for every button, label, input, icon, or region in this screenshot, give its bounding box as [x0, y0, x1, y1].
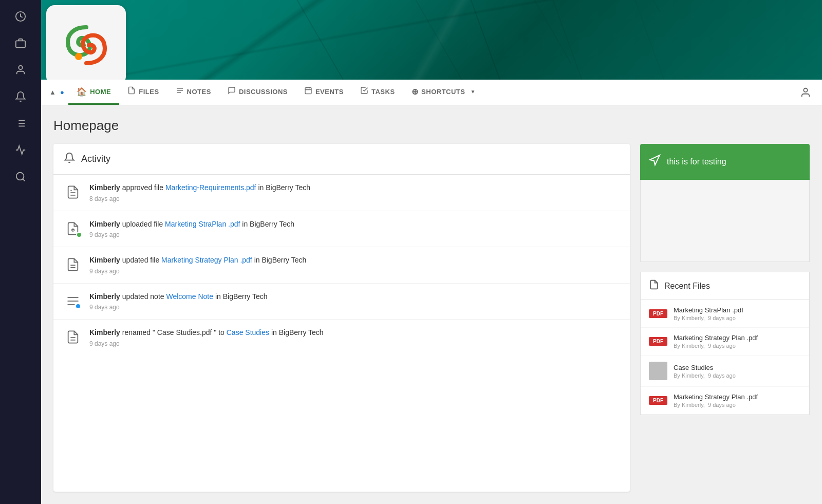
activity-time-1: 8 days ago	[89, 195, 620, 202]
activity-time-3: 9 days ago	[89, 268, 620, 275]
activity-link-3[interactable]: Marketing Strategy Plan .pdf	[161, 256, 252, 264]
recent-file-meta-1: By Kimberly, 9 days ago	[674, 315, 801, 321]
tab-files[interactable]: FILES	[119, 80, 167, 105]
tab-discussions[interactable]: DISCUSSIONS	[219, 80, 296, 105]
activity-time-5: 9 days ago	[89, 340, 620, 347]
home-tab-icon: 🏠	[77, 87, 87, 97]
pdf-badge-2: PDF	[649, 337, 667, 346]
tab-notes[interactable]: NOTES	[167, 80, 219, 105]
recent-file-info-1: Marketing StraPlan .pdf By Kimberly, 9 d…	[674, 306, 801, 321]
activity-item: Kimberly renamed " Case Studies.pdf " to…	[53, 320, 630, 356]
activity-text-3: Kimberly updated file Marketing Strategy…	[89, 255, 620, 275]
activity-icon-4	[64, 292, 82, 310]
events-tab-icon	[304, 86, 312, 97]
person-icon[interactable]	[9, 59, 32, 81]
tab-shortcuts-label: SHORTCUTS	[421, 88, 465, 96]
activity-header: Activity	[53, 144, 630, 175]
tab-shortcuts[interactable]: ⊕ SHORTCUTS ▼	[403, 80, 484, 105]
activity-link-2[interactable]: Marketing StraPlan .pdf	[165, 220, 240, 228]
upload-badge-icon	[76, 232, 82, 238]
activity-text-1: Kimberly approved file Marketing-Require…	[89, 183, 620, 202]
svg-point-11	[75, 53, 82, 60]
activity-time-4: 9 days ago	[89, 304, 620, 311]
svg-point-19	[804, 88, 807, 91]
activity-icon-5	[64, 328, 82, 346]
activity-icon-2	[64, 219, 82, 238]
recent-file-name-3: Case Studies	[674, 364, 801, 371]
recent-file-name-1: Marketing StraPlan .pdf	[674, 306, 801, 314]
activity-text-2: Kimberly uploaded file Marketing StraPla…	[89, 219, 620, 239]
activity-text-4: Kimberly updated note Welcome Note in Bi…	[89, 292, 620, 311]
tab-home[interactable]: 🏠 HOME	[68, 80, 120, 105]
briefcase-icon[interactable]	[9, 32, 32, 54]
announcement-banner[interactable]: this is for testing	[640, 144, 810, 180]
recent-file-info-2: Marketing Strategy Plan .pdf By Kimberly…	[674, 334, 801, 349]
pdf-badge-1: PDF	[649, 309, 667, 318]
breadcrumb-up-icon[interactable]: ▲	[49, 88, 56, 96]
tab-tasks-label: TASKS	[371, 88, 395, 96]
announcements-sidebar-icon[interactable]	[9, 139, 32, 161]
folder-thumb-3	[649, 362, 667, 380]
discussions-tab-icon	[228, 86, 236, 97]
recent-file-item[interactable]: Case Studies By Kimberly, 9 days ago	[641, 356, 809, 387]
activity-link-4[interactable]: Welcome Note	[166, 292, 213, 301]
activity-item: Kimberly uploaded file Marketing StraPla…	[53, 211, 630, 248]
nav-tabs: ▲ ● 🏠 HOME FILES NOTES DISCUSSIONS	[41, 80, 822, 105]
dashboard-icon[interactable]	[9, 5, 32, 28]
recent-file-item[interactable]: PDF Marketing StraPlan .pdf By Kimberly,…	[641, 300, 809, 328]
activity-item: Kimberly updated note Welcome Note in Bi…	[53, 284, 630, 320]
breadcrumb-dot-icon: ●	[60, 88, 64, 96]
activity-link-5[interactable]: Case Studies	[227, 328, 269, 337]
main-area: ▲ ● 🏠 HOME FILES NOTES DISCUSSIONS	[41, 0, 822, 504]
recent-files-header: Recent Files	[641, 272, 809, 300]
app-logo[interactable]	[46, 5, 126, 80]
user-avatar-button[interactable]	[797, 84, 814, 101]
breadcrumb: ▲ ●	[49, 88, 64, 96]
pdf-badge-4: PDF	[649, 396, 667, 405]
recent-files-panel: Recent Files PDF Marketing StraPlan .pdf…	[640, 272, 810, 415]
search-icon[interactable]	[9, 165, 32, 188]
announcement-text: this is for testing	[667, 157, 726, 166]
recent-file-meta-3: By Kimberly, 9 days ago	[674, 372, 801, 379]
note-badge-icon	[75, 303, 81, 309]
shortcuts-tab-icon: ⊕	[412, 87, 419, 97]
activity-icon-3	[64, 255, 82, 274]
svg-point-9	[16, 173, 24, 180]
tab-files-label: FILES	[139, 88, 159, 96]
recent-file-item[interactable]: PDF Marketing Strategy Plan .pdf By Kimb…	[641, 387, 809, 415]
banner-decoration	[82, 0, 822, 80]
recent-file-item[interactable]: PDF Marketing Strategy Plan .pdf By Kimb…	[641, 328, 809, 356]
activity-item: Kimberly approved file Marketing-Require…	[53, 175, 630, 211]
left-sidebar	[0, 0, 41, 504]
announcement-empty-area	[640, 180, 810, 262]
notifications-icon[interactable]	[9, 85, 32, 108]
right-sidebar: this is for testing Recent Files PDF	[640, 144, 810, 492]
activity-panel: Activity Kimberly approved file Marketin…	[53, 144, 630, 492]
header-banner	[41, 0, 822, 80]
content-columns: Activity Kimberly approved file Marketin…	[53, 144, 810, 492]
recent-file-name-4: Marketing Strategy Plan .pdf	[674, 393, 801, 401]
recent-file-meta-2: By Kimberly, 9 days ago	[674, 343, 801, 349]
svg-rect-15	[305, 88, 311, 94]
page-title: Homepage	[53, 118, 810, 134]
activity-item: Kimberly updated file Marketing Strategy…	[53, 247, 630, 284]
svg-line-10	[23, 179, 25, 181]
activity-icon-1	[64, 183, 82, 201]
nav-right	[797, 84, 814, 101]
page-content: Homepage Activity Kimberly approved fil	[41, 105, 822, 504]
recent-file-name-2: Marketing Strategy Plan .pdf	[674, 334, 801, 342]
activity-link-1[interactable]: Marketing-Requirements.pdf	[165, 183, 256, 192]
tab-notes-label: NOTES	[187, 88, 211, 96]
tab-events-label: EVENTS	[315, 88, 344, 96]
announcement-megaphone-icon	[648, 154, 661, 170]
recent-files-icon	[649, 279, 659, 292]
activity-title: Activity	[81, 154, 110, 164]
tab-home-label: HOME	[90, 88, 111, 96]
recent-file-info-3: Case Studies By Kimberly, 9 days ago	[674, 364, 801, 379]
recent-files-title: Recent Files	[664, 282, 710, 291]
tasks-tab-icon	[360, 86, 368, 97]
tab-discussions-label: DISCUSSIONS	[239, 88, 288, 96]
tasks-sidebar-icon[interactable]	[9, 112, 32, 135]
tab-events[interactable]: EVENTS	[296, 80, 352, 105]
tab-tasks[interactable]: TASKS	[352, 80, 403, 105]
